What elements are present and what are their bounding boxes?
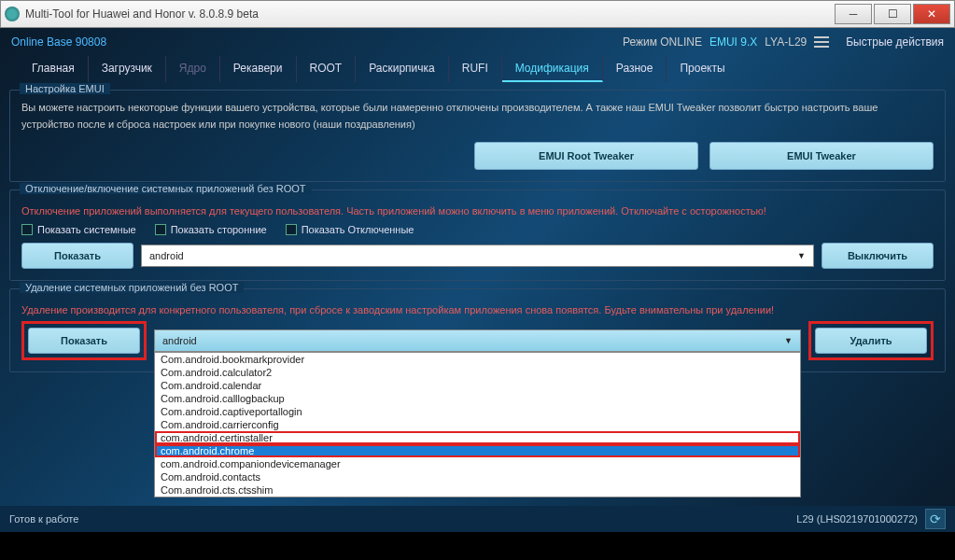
emui-tweaker-button[interactable]: EMUI Tweaker: [709, 142, 934, 170]
delete-selected-value: android: [162, 335, 197, 346]
list-item[interactable]: com.android.chrome: [155, 444, 800, 457]
show-system-checkbox[interactable]: Показать системные: [21, 224, 136, 235]
chevron-down-icon: ▼: [797, 251, 806, 260]
tab-rufi[interactable]: RUFI: [449, 56, 502, 82]
list-item[interactable]: Com.android.cts.ctsshim: [155, 483, 800, 497]
highlight-show-button: Показать: [21, 321, 147, 360]
minimize-button[interactable]: ─: [835, 4, 872, 24]
hamburger-icon[interactable]: [814, 36, 829, 48]
disable-warning: Отключение приложений выполняется для те…: [21, 205, 934, 217]
tab-bar: ГлавнаяЗагрузчикЯдроРекавериROOTРаскирпи…: [0, 56, 955, 82]
device-model: LYA-L29: [765, 35, 807, 49]
tab-root[interactable]: ROOT: [297, 56, 357, 82]
disable-apps-group: Отключение/включение системных приложени…: [9, 189, 946, 281]
status-text: Готов к работе: [9, 513, 78, 525]
app-icon: [5, 7, 20, 21]
filter-row: Показать системные Показать сторонние По…: [21, 224, 934, 235]
emui-settings-group: Настройка EMUI Вы можете настроить некот…: [9, 90, 946, 182]
info-right: Режим ONLINE EMUI 9.X LYA-L29 Быстрые де…: [623, 35, 944, 49]
disable-app-dropdown[interactable]: android ▼: [141, 245, 814, 267]
disable-off-button[interactable]: Выключить: [822, 243, 934, 269]
list-item[interactable]: Com.android.carrierconfig: [155, 418, 800, 431]
app-body: Online Base 90808 Режим ONLINE EMUI 9.X …: [0, 28, 955, 532]
tab-раскирпичка[interactable]: Раскирпичка: [356, 56, 449, 82]
delete-action-row: Показать android ▼ Com.android.bookmarkp…: [21, 321, 934, 360]
show-disabled-checkbox[interactable]: Показать Отключенные: [286, 224, 414, 235]
status-device: L29 (LHS0219701000272): [796, 513, 918, 525]
status-bar: Готов к работе L29 (LHS0219701000272) ⟳: [0, 506, 955, 532]
emui-group-title: Настройка EMUI: [20, 83, 110, 94]
tab-разное[interactable]: Разное: [603, 56, 667, 82]
delete-show-button[interactable]: Показать: [28, 328, 140, 354]
emui-version: EMUI 9.X: [709, 35, 757, 49]
highlight-delete-button: Удалить: [808, 321, 934, 360]
show-disabled-label: Показать Отключенные: [302, 224, 414, 235]
delete-dropdown-list: Com.android.bookmarkproviderCom.android.…: [154, 352, 801, 497]
tab-модификация[interactable]: Модификация: [502, 56, 603, 82]
disable-show-button[interactable]: Показать: [21, 243, 133, 269]
status-right: L29 (LHS0219701000272) ⟳: [796, 509, 946, 529]
chevron-down-icon: ▼: [784, 336, 793, 345]
fast-actions-label[interactable]: Быстрые действия: [846, 35, 944, 49]
tab-проекты[interactable]: Проекты: [667, 56, 737, 82]
list-item[interactable]: Com.android.calendar: [155, 379, 800, 392]
list-item[interactable]: Com.android.bookmarkprovider: [155, 353, 800, 366]
delete-app-dropdown[interactable]: android ▼: [154, 329, 801, 352]
online-base-link[interactable]: Online Base 90808: [11, 35, 106, 49]
emui-root-tweaker-button[interactable]: EMUI Root Tweaker: [474, 142, 698, 170]
emui-description: Вы можете настроить некоторые функции ва…: [21, 100, 934, 133]
tab-ядро[interactable]: Ядро: [166, 56, 220, 82]
show-thirdparty-checkbox[interactable]: Показать сторонние: [155, 224, 267, 235]
delete-warning: Удаление производится для конкретного по…: [21, 304, 934, 315]
disable-group-title: Отключение/включение системных приложени…: [20, 183, 312, 194]
list-item[interactable]: Com.android.captiveportallogin: [155, 405, 800, 418]
delete-apps-group: Удаление системных приложений без ROOT У…: [9, 288, 946, 372]
list-item[interactable]: Com.android.calllogbackup: [155, 392, 800, 405]
tab-главная[interactable]: Главная: [19, 56, 89, 82]
window-titlebar: Multi-Tool for Huawei and Honor v. 8.0.8…: [0, 0, 955, 28]
checkbox-icon: [21, 224, 33, 235]
list-item[interactable]: Com.android.calculator2: [155, 366, 800, 379]
mode-label: Режим ONLINE: [623, 35, 702, 49]
checkbox-icon: [155, 224, 166, 235]
delete-group-title: Удаление системных приложений без ROOT: [20, 282, 244, 293]
show-thirdparty-label: Показать сторонние: [171, 224, 267, 235]
tab-рекавери[interactable]: Рекавери: [220, 56, 297, 82]
list-item[interactable]: Com.android.contacts: [155, 470, 800, 483]
tab-загрузчик[interactable]: Загрузчик: [89, 56, 166, 82]
window-controls: ─ ☐ ✕: [835, 4, 950, 24]
list-item[interactable]: com.android.companiondevicemanager: [155, 457, 800, 470]
info-row: Online Base 90808 Режим ONLINE EMUI 9.X …: [0, 28, 955, 56]
show-system-label: Показать системные: [37, 224, 136, 235]
window-title: Multi-Tool for Huawei and Honor v. 8.0.8…: [25, 7, 835, 21]
emui-button-row: EMUI Root Tweaker EMUI Tweaker: [21, 142, 934, 170]
list-item[interactable]: com.android.certinstaller: [155, 431, 800, 444]
disable-action-row: Показать android ▼ Выключить: [21, 243, 934, 269]
maximize-button[interactable]: ☐: [874, 4, 911, 24]
close-button[interactable]: ✕: [913, 4, 950, 24]
refresh-button[interactable]: ⟳: [925, 509, 946, 529]
checkbox-icon: [286, 224, 297, 235]
delete-button[interactable]: Удалить: [815, 328, 927, 354]
disable-selected-value: android: [149, 250, 184, 261]
delete-dropdown-container: android ▼ Com.android.bookmarkproviderCo…: [154, 329, 801, 352]
